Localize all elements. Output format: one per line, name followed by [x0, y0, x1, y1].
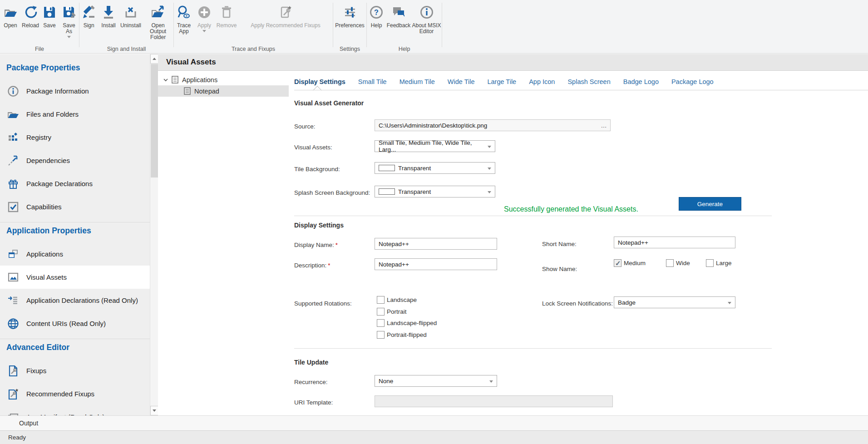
display-name-input[interactable]: Notepad++ — [375, 238, 497, 250]
reload-button[interactable]: Reload — [21, 3, 40, 29]
sidebar-item-package-declarations[interactable]: Package Declarations — [0, 172, 150, 195]
image-icon — [7, 271, 19, 283]
install-button[interactable]: Install — [98, 3, 118, 29]
tab-underline — [294, 90, 868, 90]
rotation-portrait-flipped-checkbox[interactable]: Portrait-flipped — [377, 331, 427, 339]
apply-recommended-fixups-button[interactable]: Apply Recommended Fixups — [238, 3, 333, 29]
save-as-label: Save As — [59, 23, 79, 35]
toolbar: Open Reload Save — [0, 0, 868, 54]
output-bar[interactable]: Output — [0, 415, 868, 430]
source-input[interactable]: C:\Users\Administrator\Desktop\tick.png … — [375, 119, 611, 131]
sidebar-item-dependencies[interactable]: Dependencies — [0, 149, 150, 172]
chevron-down-icon[interactable] — [163, 77, 169, 83]
open-button[interactable]: Open — [0, 3, 21, 29]
lock-screen-notifications-dropdown[interactable]: Badge — [614, 296, 735, 308]
tab-badge-logo[interactable]: Badge Logo — [623, 78, 659, 85]
trace-app-icon — [177, 4, 191, 21]
scroll-up-button[interactable] — [150, 54, 158, 64]
open-label: Open — [4, 23, 17, 29]
tree-node-notepad[interactable]: Notepad — [158, 85, 289, 97]
checkbox-icon[interactable] — [666, 259, 674, 267]
scroll-down-icon — [153, 409, 156, 412]
feedback-label: Feedback — [387, 23, 411, 29]
tab-small-tile[interactable]: Small Tile — [358, 78, 387, 85]
description-input[interactable]: Notepad++ — [375, 258, 497, 270]
about-msix-editor-label: About MSIX Editor — [411, 23, 442, 35]
show-name-medium-checkbox[interactable]: Medium — [614, 259, 646, 267]
section-divider — [294, 348, 772, 349]
tab-app-icon[interactable]: App Icon — [529, 78, 555, 85]
recommended-fixups-icon — [278, 4, 293, 21]
registry-icon — [7, 132, 19, 143]
sidebar-item-content-uris[interactable]: Content URIs (Read Only) — [0, 312, 150, 335]
status-bar: Ready — [0, 430, 868, 444]
remove-button[interactable]: Remove — [215, 3, 238, 29]
tree-node-applications[interactable]: Applications — [158, 74, 289, 85]
tab-package-logo[interactable]: Package Logo — [671, 78, 714, 85]
rotation-landscape-checkbox[interactable]: Landscape — [377, 296, 417, 304]
gift-box-icon — [7, 178, 19, 190]
sidebar-item-app-manifest[interactable]: App Manifest (Read Only) — [0, 405, 150, 415]
scroll-down-button[interactable] — [150, 406, 158, 415]
sidebar-item-package-information[interactable]: Package Information — [0, 79, 150, 103]
about-msix-editor-button[interactable]: About MSIX Editor — [411, 3, 442, 35]
sidebar-item-visual-assets[interactable]: Visual Assets — [0, 266, 150, 289]
sidebar-scrollbar[interactable] — [150, 54, 158, 415]
generate-button[interactable]: Generate — [679, 197, 741, 211]
checkbox-icon[interactable] — [377, 296, 385, 304]
chevron-down-icon[interactable] — [67, 36, 71, 39]
sidebar-item-recommended-fixups[interactable]: Recommended Fixups — [0, 382, 150, 405]
browse-button[interactable]: … — [599, 121, 608, 129]
tile-background-dropdown[interactable]: Transparent — [375, 162, 495, 174]
checkbox-icon[interactable] — [377, 319, 385, 327]
feedback-bubble-icon — [391, 4, 406, 21]
visual-assets-dropdown[interactable]: Small Tile, Medium Tile, Wide Tile, Larg… — [375, 140, 495, 152]
visual-assets-label: Visual Assets: — [294, 144, 332, 151]
preferences-button[interactable]: Preferences — [333, 3, 366, 29]
short-name-label: Short Name: — [542, 241, 577, 247]
trace-app-button[interactable]: Trace App — [174, 3, 194, 35]
checkbox-checked-icon[interactable] — [614, 259, 621, 267]
sidebar-item-registry[interactable]: Registry — [0, 126, 150, 149]
required-mark: * — [335, 242, 338, 248]
tab-display-settings[interactable]: Display Settings — [294, 78, 345, 85]
checkbox-icon[interactable] — [377, 331, 385, 339]
uninstall-button[interactable]: Uninstall — [119, 3, 143, 29]
sidebar-heading-package-properties: Package Properties — [0, 59, 150, 76]
section-visual-asset-generator: Visual Asset Generator — [294, 99, 364, 107]
recommended-fixups-star-icon — [7, 388, 19, 400]
checkbox-icon[interactable] — [706, 259, 714, 267]
tab-splash-screen[interactable]: Splash Screen — [567, 78, 610, 85]
save-button[interactable]: Save — [40, 3, 59, 29]
reload-icon — [23, 4, 38, 21]
short-name-input[interactable]: Notepad++ — [614, 237, 735, 248]
sidebar-item-capabilities[interactable]: Capabilities — [0, 195, 150, 218]
sidebar-item-applications[interactable]: Applications — [0, 242, 150, 266]
tab-wide-tile[interactable]: Wide Tile — [448, 78, 475, 85]
checkbox-icon[interactable] — [377, 308, 385, 316]
content-header: Visual Assets — [158, 54, 868, 71]
tab-large-tile[interactable]: Large Tile — [487, 78, 516, 85]
sidebar: Package Properties Package Information F… — [0, 54, 150, 415]
tab-bar: Display Settings Small Tile Medium Tile … — [294, 75, 726, 89]
recurrence-dropdown[interactable]: None — [375, 375, 497, 387]
help-button[interactable]: ? Help — [367, 3, 386, 29]
rotation-landscape-flipped-checkbox[interactable]: Landscape-flipped — [377, 319, 437, 327]
rotation-portrait-checkbox[interactable]: Portrait — [377, 308, 407, 316]
feedback-button[interactable]: Feedback — [386, 3, 411, 29]
tab-medium-tile[interactable]: Medium Tile — [399, 78, 435, 85]
show-name-large-checkbox[interactable]: Large — [706, 259, 732, 267]
apply-button[interactable]: Apply — [194, 3, 215, 34]
open-output-folder-button[interactable]: Open Output Folder — [143, 3, 173, 40]
trace-app-label: Trace App — [174, 23, 194, 35]
save-as-button[interactable]: Save As — [59, 3, 79, 39]
sidebar-item-files-and-folders[interactable]: Files and Folders — [0, 103, 150, 126]
sign-button[interactable]: Sign — [79, 3, 98, 29]
sidebar-item-application-declarations[interactable]: Application Declarations (Read Only) — [0, 289, 150, 312]
scrollbar-thumb[interactable] — [151, 64, 158, 178]
scroll-up-icon — [153, 58, 156, 60]
sidebar-item-fixups[interactable]: Fixups — [0, 359, 150, 382]
toolbar-group-sign-install-label: Sign and Install — [79, 46, 173, 52]
show-name-wide-checkbox[interactable]: Wide — [666, 259, 690, 267]
splash-screen-background-dropdown[interactable]: Transparent — [375, 186, 495, 197]
